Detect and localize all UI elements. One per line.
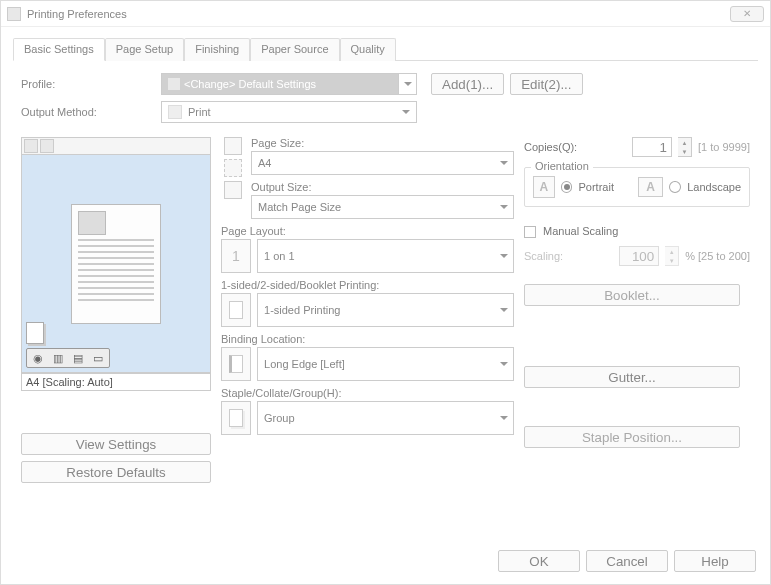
tab-quality[interactable]: Quality <box>340 38 396 61</box>
printing-sides-label: 1-sided/2-sided/Booklet Printing: <box>221 279 514 291</box>
binding-icon <box>221 347 251 381</box>
chevron-down-icon <box>500 205 508 209</box>
chevron-down-icon <box>500 308 508 312</box>
output-method-dropdown[interactable]: Print <box>161 101 417 123</box>
printer-icon <box>168 105 182 119</box>
view-settings-button[interactable]: View Settings <box>21 433 211 455</box>
cancel-button[interactable]: Cancel <box>586 550 668 572</box>
layout-tool-icons: ◉ ▥ ▤ ▭ <box>26 348 110 368</box>
binding-label: Binding Location: <box>221 333 514 345</box>
add-profile-button[interactable]: Add(1)... <box>431 73 504 95</box>
staple-dropdown[interactable]: Group <box>257 401 514 435</box>
landscape-label: Landscape <box>687 181 741 193</box>
tabs: Basic Settings Page Setup Finishing Pape… <box>13 37 758 61</box>
pencil-icon <box>168 78 180 90</box>
preview-mode-icon-2[interactable] <box>40 139 54 153</box>
page-layout-dropdown[interactable]: 1 on 1 <box>257 239 514 273</box>
tab-basic-settings[interactable]: Basic Settings <box>13 38 105 61</box>
help-button[interactable]: Help <box>674 550 756 572</box>
page-layout-value: 1 on 1 <box>258 250 495 262</box>
preview-toolbar <box>21 137 211 155</box>
output-method-value: Print <box>188 106 402 118</box>
profile-value: <Change> Default Settings <box>184 78 316 90</box>
booklet-button: Booklet... <box>524 284 740 306</box>
binding-block: Binding Location: Long Edge [Left] <box>221 333 514 381</box>
printing-sides-value: 1-sided Printing <box>258 304 495 316</box>
settings-column: Page Size: A4 Output Size: Match Page Si… <box>221 137 514 483</box>
single-page-icon[interactable] <box>26 322 44 344</box>
layout-icon-4[interactable]: ▭ <box>88 350 108 366</box>
output-size-value: Match Page Size <box>252 201 495 213</box>
scaling-spinner: ▲▼ <box>665 246 679 266</box>
window-title: Printing Preferences <box>27 8 730 20</box>
layout-icon-3[interactable]: ▤ <box>68 350 88 366</box>
tab-page-setup[interactable]: Page Setup <box>105 38 185 61</box>
manual-scaling-checkbox[interactable] <box>524 226 536 238</box>
portrait-icon: A <box>533 176 555 198</box>
output-method-row: Output Method: Print <box>21 101 750 123</box>
arrow-down-icon <box>224 159 242 177</box>
tab-paper-source[interactable]: Paper Source <box>250 38 339 61</box>
layout-icon-1[interactable]: ◉ <box>28 350 48 366</box>
staple-value: Group <box>258 412 495 424</box>
scaling-range: % [25 to 200] <box>685 250 750 262</box>
portrait-label: Portrait <box>578 181 613 193</box>
preview-column: ◉ ▥ ▤ ▭ A4 [Scaling: Auto] View Settings… <box>21 137 211 483</box>
copies-input[interactable] <box>632 137 672 157</box>
preview-mode-icon-1[interactable] <box>24 139 38 153</box>
preview-footer-tools: ◉ ▥ ▤ ▭ <box>26 322 110 368</box>
titlebar: Printing Preferences ✕ <box>1 1 770 27</box>
chevron-down-icon <box>402 110 410 114</box>
tab-finishing[interactable]: Finishing <box>184 38 250 61</box>
copies-row: Copies(Q): ▲▼ [1 to 9999] <box>524 137 750 157</box>
page-preview-area: ◉ ▥ ▤ ▭ <box>21 155 211 373</box>
chevron-down-icon <box>500 254 508 258</box>
page-size-dropdown[interactable]: A4 <box>251 151 514 175</box>
page-layout-icon: 1 <box>221 239 251 273</box>
group-icon <box>221 401 251 435</box>
staple-block: Staple/Collate/Group(H): Group <box>221 387 514 435</box>
page-preview <box>71 204 161 324</box>
profile-dropdown[interactable]: <Change> Default Settings <box>161 73 399 95</box>
left-buttons: View Settings Restore Defaults <box>21 433 211 483</box>
staple-label: Staple/Collate/Group(H): <box>221 387 514 399</box>
gutter-button[interactable]: Gutter... <box>524 366 740 388</box>
page-size-icon <box>224 137 242 155</box>
portrait-radio[interactable] <box>561 181 573 193</box>
manual-scaling-row: Manual Scaling <box>524 225 750 238</box>
profile-dropdown-caret[interactable] <box>399 73 417 95</box>
output-method-label: Output Method: <box>21 106 161 118</box>
scaling-row: Scaling: ▲▼ % [25 to 200] <box>524 246 750 266</box>
main-grid: ◉ ▥ ▤ ▭ A4 [Scaling: Auto] View Settings… <box>21 137 750 483</box>
copies-range: [1 to 9999] <box>698 141 750 153</box>
staple-position-button: Staple Position... <box>524 426 740 448</box>
chevron-down-icon <box>500 416 508 420</box>
orientation-legend: Orientation <box>531 160 593 172</box>
preview-image-block <box>78 211 106 235</box>
output-size-icon <box>224 181 242 199</box>
close-button[interactable]: ✕ <box>730 6 764 22</box>
binding-value: Long Edge [Left] <box>258 358 495 370</box>
binding-dropdown[interactable]: Long Edge [Left] <box>257 347 514 381</box>
scaling-label: Scaling: <box>524 250 613 262</box>
dialog-footer-buttons: OK Cancel Help <box>498 550 756 572</box>
profile-row: Profile: <Change> Default Settings Add(1… <box>21 73 750 95</box>
manual-scaling-label: Manual Scaling <box>543 225 618 237</box>
right-column: Copies(Q): ▲▼ [1 to 9999] Orientation A … <box>524 137 750 483</box>
landscape-radio[interactable] <box>669 181 681 193</box>
preview-status: A4 [Scaling: Auto] <box>21 373 211 391</box>
printing-preferences-window: Printing Preferences ✕ Basic Settings Pa… <box>0 0 771 585</box>
ok-button[interactable]: OK <box>498 550 580 572</box>
output-size-dropdown[interactable]: Match Page Size <box>251 195 514 219</box>
orientation-fieldset: Orientation A Portrait A Landscape <box>524 167 750 207</box>
output-size-label: Output Size: <box>251 181 514 193</box>
edit-profile-button[interactable]: Edit(2)... <box>510 73 582 95</box>
restore-defaults-button[interactable]: Restore Defaults <box>21 461 211 483</box>
page-size-side-icons <box>221 137 245 219</box>
page-size-block: Page Size: A4 Output Size: Match Page Si… <box>221 137 514 219</box>
layout-icon-2[interactable]: ▥ <box>48 350 68 366</box>
printer-app-icon <box>7 7 21 21</box>
copies-spinner[interactable]: ▲▼ <box>678 137 692 157</box>
profile-label: Profile: <box>21 78 161 90</box>
printing-sides-dropdown[interactable]: 1-sided Printing <box>257 293 514 327</box>
